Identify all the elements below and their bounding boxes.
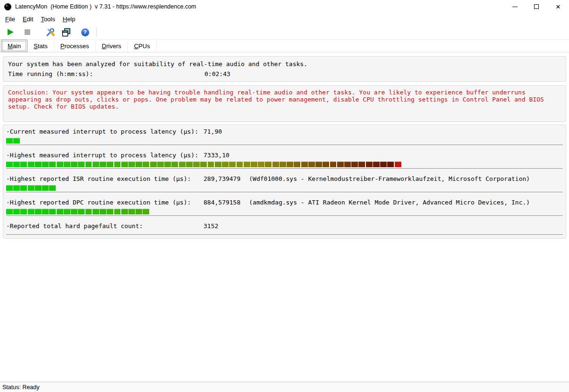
close-icon: ✕: [556, 4, 561, 10]
minimize-button[interactable]: [504, 0, 526, 13]
latency-bar-segment: [114, 162, 121, 167]
tab-drivers[interactable]: Drivers: [96, 40, 128, 52]
latency-bar-track: [6, 215, 563, 217]
latency-bar-segment: [258, 162, 264, 167]
tab-main[interactable]: Main: [1, 40, 27, 52]
latency-bar-segment: [121, 162, 128, 167]
latency-bar-segment: [42, 185, 49, 191]
latency-bar-segment: [20, 185, 27, 191]
help-button[interactable]: ?: [79, 26, 91, 38]
latency-bar-segment: [64, 162, 70, 167]
latency-bar-segment: [265, 162, 272, 167]
metric-detail: (Wdf01000.sys - Kernelmodustreiber-Frame…: [249, 175, 530, 182]
conclusion-panel: Conclusion: Your system appears to be ha…: [3, 85, 566, 122]
latency-bar-track: [6, 168, 563, 170]
latency-bar-segment: [128, 162, 135, 167]
latency-bar-segment: [100, 209, 106, 214]
maximize-button[interactable]: [526, 0, 547, 13]
latency-bar-segment: [93, 209, 99, 214]
copy-report-icon: [61, 27, 71, 37]
latency-bar-segment: [93, 162, 99, 167]
latency-bar-segment: [78, 209, 85, 214]
latency-bar-segment: [272, 162, 279, 167]
latency-bar-segment: [164, 162, 171, 167]
latency-bar-segment: [13, 209, 20, 214]
latency-bar-segment: [42, 162, 49, 167]
latency-bar-segment: [330, 162, 337, 167]
latency-bar: [6, 232, 563, 233]
latency-bar-segment: [215, 162, 221, 167]
tab-processes[interactable]: Processes: [54, 40, 96, 52]
time-running-label: Time running (h:mm:ss):: [8, 70, 93, 77]
metric-value: 3152: [204, 222, 218, 230]
latency-bar-track: [6, 192, 563, 193]
help-icon: ?: [81, 28, 89, 36]
latency-bar-segment: [387, 162, 394, 167]
start-button[interactable]: [5, 26, 16, 38]
metric-line: ·Reported total hard pagefault count: 31…: [6, 222, 563, 232]
latency-bar-segment: [366, 162, 373, 167]
latency-bar-segment: [6, 162, 13, 167]
latency-bar-segment: [308, 162, 315, 167]
close-button[interactable]: ✕: [547, 0, 569, 13]
menu-file[interactable]: File: [1, 14, 19, 24]
tab-bar: Main Stats Processes Drivers CPUs: [0, 40, 569, 52]
metric-label: ·Reported total hard pagefault count:: [6, 222, 143, 230]
latency-bar-segment: [107, 162, 113, 167]
latency-bar-segment: [150, 162, 157, 167]
menu-tools[interactable]: Tools: [37, 14, 59, 24]
latency-bar-segment: [20, 162, 27, 167]
tab-cpus[interactable]: CPUs: [128, 40, 157, 52]
metric-label: ·Highest reported ISR routine execution …: [6, 175, 191, 182]
latency-bar-segment: [13, 162, 20, 167]
latency-bar-segment: [35, 185, 42, 191]
latency-bar-segment: [171, 162, 178, 167]
latency-bar-segment: [237, 162, 243, 167]
latency-bar-segment: [28, 185, 34, 191]
metrics-panel: ·Current measured interrupt to process l…: [3, 125, 566, 239]
metric-line: ·Highest measured interrupt to process l…: [6, 152, 563, 161]
latency-bar-segment: [6, 209, 13, 214]
metric-value: 884,579158: [204, 199, 240, 206]
latency-bar-segment: [85, 162, 92, 167]
app-window: LatencyMon (Home Edition ) v 7.31 - http…: [0, 0, 569, 392]
latency-bar-segment: [294, 162, 300, 167]
latency-bar-segment: [114, 209, 121, 214]
tab-stats[interactable]: Stats: [27, 40, 54, 52]
latency-bar-segment: [136, 209, 142, 214]
metric-row: ·Current measured interrupt to process l…: [6, 128, 563, 146]
stop-icon: [25, 29, 30, 35]
latency-bar-segment: [6, 138, 13, 144]
latency-bar-segment: [287, 162, 293, 167]
latency-bar-segment: [42, 209, 49, 214]
metric-detail: (amdkmdag.sys - ATI Radeon Kernel Mode D…: [249, 199, 530, 206]
maximize-icon: [534, 4, 539, 9]
latency-bar-segment: [373, 162, 380, 167]
latency-bar-segment: [28, 209, 34, 214]
menu-help[interactable]: Help: [59, 14, 79, 24]
metric-label: ·Highest reported DPC routine execution …: [6, 199, 191, 206]
latency-bar-segment: [57, 162, 63, 167]
toolbar: ?: [0, 25, 569, 40]
latency-bar-segment: [107, 209, 113, 214]
latency-bar-segment: [71, 209, 77, 214]
menu-bar: File Edit Tools Help: [0, 13, 569, 25]
latency-bar-segment: [13, 138, 20, 144]
minimize-icon: [512, 7, 518, 7]
latency-bar-segment: [100, 162, 106, 167]
stop-button[interactable]: [22, 26, 33, 38]
latency-bar-segment: [244, 162, 250, 167]
latency-bar-segment: [49, 209, 56, 214]
latency-bar-segment: [222, 162, 229, 167]
latency-bar: [6, 162, 563, 167]
copy-report-button[interactable]: [60, 26, 72, 38]
metric-row: ·Highest reported ISR routine execution …: [6, 175, 563, 193]
latency-bar-segment: [20, 209, 27, 214]
metric-row: ·Highest reported DPC routine execution …: [6, 199, 563, 217]
metric-right: 7333,10: [204, 152, 229, 159]
latency-bar-segment: [78, 162, 85, 167]
menu-edit[interactable]: Edit: [19, 14, 37, 24]
analyze-tools-button[interactable]: [44, 26, 56, 38]
title-bar[interactable]: LatencyMon (Home Edition ) v 7.31 - http…: [0, 0, 569, 13]
play-icon: [8, 29, 14, 35]
